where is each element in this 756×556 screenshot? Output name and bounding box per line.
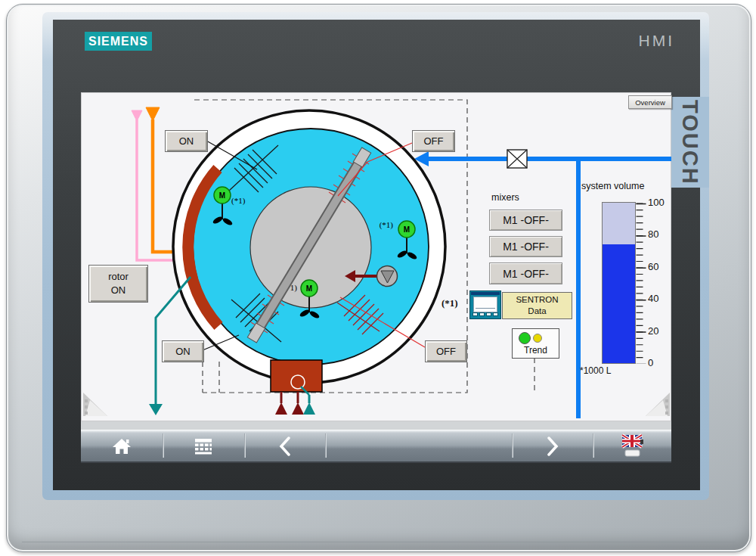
volume-tick-20: 20: [648, 325, 674, 337]
sentron-device-keys: [472, 312, 498, 316]
nav-spacer: [325, 430, 512, 461]
aerator-off-top-button[interactable]: OFF: [412, 130, 455, 152]
mixer3-status-button[interactable]: M1 -OFF-: [489, 262, 562, 284]
volume-tick-0: 0: [648, 357, 674, 368]
aerator-on-bottom-button[interactable]: ON: [162, 340, 204, 362]
hmi-panel: SIEMENS HMI TOUCH: [0, 0, 756, 556]
chevron-right-icon: [546, 436, 559, 456]
sentron-device-header: [471, 292, 500, 295]
keypad-icon: [194, 438, 213, 455]
sentron-footnote: (*1): [442, 297, 458, 309]
screen-gap: [81, 421, 671, 430]
volume-tick-60: 60: [648, 261, 674, 272]
volume-title: system volume: [581, 181, 644, 191]
navigation-bar: [81, 430, 671, 463]
overview-button[interactable]: Overview: [628, 95, 672, 109]
siemens-logo: SIEMENS: [85, 32, 152, 51]
volume-tick-80: 80: [648, 228, 674, 240]
sentron-button-line1: SENTRON: [516, 294, 558, 306]
trend-label: Trend: [513, 345, 559, 356]
aerator-off-bottom-button[interactable]: OFF: [425, 340, 467, 362]
mixers-title: mixers: [491, 192, 519, 203]
aerator-on-top-button[interactable]: ON: [165, 130, 208, 152]
trend-yellow-led: [533, 334, 542, 343]
volume-tick-100: 100: [648, 197, 674, 208]
keypad-button[interactable]: [163, 430, 244, 461]
home-button[interactable]: [81, 430, 163, 461]
sentron-button-line2: Data: [528, 306, 546, 317]
mixer2-status-button[interactable]: M1 -OFF-: [489, 236, 562, 257]
home-icon: [112, 437, 132, 455]
hmi-label: HMI: [609, 32, 674, 50]
mixer1-status-button[interactable]: M1 -OFF-: [489, 210, 562, 231]
chevron-left-icon: [278, 436, 292, 456]
sentron-data-button[interactable]: SENTRON Data: [502, 292, 572, 319]
nav-back-button[interactable]: [244, 430, 325, 461]
touch-badge: TOUCH: [671, 97, 709, 188]
rotor-button-line2: ON: [111, 284, 126, 297]
rotor-button-line1: rotor: [108, 270, 129, 284]
volume-unit: *1000 L: [580, 365, 611, 376]
trend-green-led: [519, 332, 531, 344]
sentron-device-icon: [469, 290, 501, 319]
volume-tick-40: 40: [648, 293, 674, 304]
rotor-on-button[interactable]: rotor ON: [88, 265, 148, 303]
trend-button[interactable]: Trend: [512, 328, 559, 359]
frame-seam: [22, 542, 736, 542]
nav-forward-button[interactable]: [512, 430, 593, 461]
language-button[interactable]: [593, 430, 671, 461]
language-flag-icon: [621, 433, 643, 459]
sentron-device-screen: [473, 297, 497, 312]
